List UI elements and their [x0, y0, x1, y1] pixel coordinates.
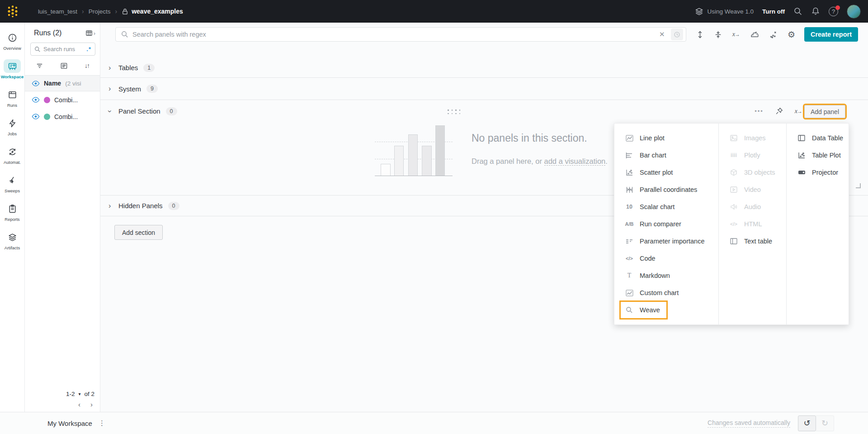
clear-search-icon[interactable]: ✕: [657, 30, 667, 38]
breadcrumb-team[interactable]: luis_team_test: [38, 8, 77, 15]
page-size-dropdown[interactable]: ▾: [78, 391, 80, 396]
section-drag-handle[interactable]: [448, 110, 460, 114]
parallel-coordinates-icon: [626, 186, 633, 193]
top-navbar: luis_team_test › Projects › weave_exampl…: [0, 0, 868, 23]
group-runs-icon[interactable]: [60, 62, 68, 70]
workspace-footer: My Workspace ⋮ Changes saved automatical…: [0, 412, 868, 434]
help-icon[interactable]: ?: [829, 7, 838, 16]
workspace-settings-gear-icon[interactable]: ⚙: [788, 30, 795, 39]
add-panel-button[interactable]: Add panel: [804, 105, 845, 118]
user-avatar[interactable]: [847, 5, 861, 19]
breadcrumb: luis_team_test › Projects › weave_exampl…: [38, 8, 183, 15]
filter-runs-icon[interactable]: [36, 62, 43, 70]
empty-bar-chart-illustration: [375, 122, 453, 176]
history-clock-icon: [674, 31, 680, 38]
chevron-right-icon[interactable]: ›: [108, 64, 113, 72]
section-x-axis-icon[interactable]: x→: [795, 108, 802, 115]
menu-item-text-table[interactable]: Text table: [719, 233, 786, 250]
undo-button[interactable]: ↺: [798, 415, 816, 431]
runs-panel-title: Runs (2): [34, 29, 61, 37]
breadcrumb-projects[interactable]: Projects: [89, 8, 111, 15]
menu-item-projector[interactable]: Projector: [787, 164, 849, 181]
menu-item-markdown[interactable]: T Markdown: [614, 267, 718, 284]
section-system[interactable]: › System 9: [100, 78, 868, 100]
sidebar-item-automations[interactable]: Automat.: [0, 145, 24, 165]
sidebar-item-workspace[interactable]: Workspace: [0, 59, 24, 79]
automations-cycle-icon: [8, 147, 17, 157]
eye-icon[interactable]: [32, 114, 40, 119]
menu-item-code[interactable]: </> Code: [614, 250, 718, 267]
pin-section-icon[interactable]: [775, 107, 783, 115]
info-icon: [8, 33, 17, 43]
smoothing-iron-icon[interactable]: [750, 31, 759, 38]
chevron-right-icon[interactable]: ›: [108, 202, 113, 210]
sort-runs-icon[interactable]: ↓↑: [85, 62, 89, 70]
search-icon: [34, 46, 41, 52]
notifications-bell-icon[interactable]: [811, 7, 820, 16]
sidebar-item-sweeps[interactable]: Sweeps: [0, 173, 24, 193]
sidebar-item-overview[interactable]: Overview: [0, 31, 24, 51]
topnav-right: Using Weave 1.0 Turn off ?: [695, 5, 861, 19]
redo-button[interactable]: ↻: [816, 415, 834, 431]
run-row[interactable]: Combi...: [25, 108, 100, 125]
workspace-menu-kebab-icon[interactable]: ⋮: [99, 419, 105, 427]
layers-icon: [695, 7, 703, 16]
prev-page-button[interactable]: ‹: [78, 401, 80, 408]
expand-runs-table-button[interactable]: ›: [85, 29, 95, 37]
eye-icon[interactable]: [32, 97, 40, 103]
eye-icon[interactable]: [32, 81, 40, 86]
outliers-icon[interactable]: [769, 31, 777, 38]
menu-item-parameter-importance[interactable]: Parameter importance: [614, 233, 718, 250]
add-section-button[interactable]: Add section: [114, 225, 163, 240]
runs-search-input[interactable]: [43, 46, 79, 52]
section-panel-section[interactable]: › Panel Section 0 ••• x→ Add panel: [100, 100, 868, 122]
section-menu-icon[interactable]: •••: [755, 108, 764, 114]
menu-item-custom-chart[interactable]: Custom chart: [614, 284, 718, 301]
regex-toggle[interactable]: .*: [86, 46, 91, 52]
menu-item-weave[interactable]: Weave: [614, 301, 718, 319]
menu-item-data-table[interactable]: Data Table: [787, 129, 849, 147]
turn-off-button[interactable]: Turn off: [762, 8, 785, 15]
menu-item-line-plot[interactable]: Line plot: [614, 129, 718, 147]
section-resize-handle[interactable]: [856, 183, 861, 188]
panel-search-box: ✕: [115, 27, 686, 42]
empty-section-subtitle: Drag a panel here, or add a visualizatio…: [472, 157, 608, 166]
audio-speaker-icon: [730, 204, 737, 210]
sidebar-item-runs[interactable]: Runs: [0, 88, 24, 108]
create-report-button[interactable]: Create report: [804, 27, 858, 42]
search-history-button[interactable]: [671, 29, 683, 40]
sidebar-item-reports[interactable]: Reports: [0, 202, 24, 222]
section-tables[interactable]: › Tables 1: [100, 58, 868, 78]
clipboard-icon: [8, 204, 17, 214]
panel-search-input[interactable]: [132, 31, 653, 38]
chevron-right-icon[interactable]: ›: [108, 85, 113, 93]
menu-item-bar-chart[interactable]: Bar chart: [614, 147, 718, 164]
menu-item-parallel-coordinates[interactable]: Parallel coordinates: [614, 181, 718, 198]
next-page-button[interactable]: ›: [90, 401, 93, 408]
runs-name-header[interactable]: Name (2 visi: [25, 75, 100, 91]
run-row[interactable]: Combi...: [25, 91, 100, 108]
expand-panels-icon[interactable]: [696, 31, 704, 38]
menu-item-table-plot[interactable]: Table Plot: [787, 147, 849, 164]
menu-column-tables: Data Table Table Plot Projector: [786, 124, 849, 324]
panel-tools: x→ ⚙: [696, 30, 795, 39]
menu-item-scatter-plot[interactable]: Scatter plot: [614, 164, 718, 181]
wandb-logo-icon[interactable]: [6, 5, 19, 18]
breadcrumb-project[interactable]: weave_examples: [122, 8, 183, 15]
sidebar-item-artifacts[interactable]: Artifacts: [0, 230, 24, 250]
menu-item-scalar-chart[interactable]: 10 Scalar chart: [614, 198, 718, 215]
x-axis-settings-icon[interactable]: x→: [732, 31, 740, 38]
chevron-down-icon[interactable]: ›: [108, 107, 113, 115]
visible-count: (2 visi: [65, 80, 81, 87]
sidebar-item-jobs[interactable]: Jobs: [0, 116, 24, 136]
filter-icon: [36, 62, 43, 70]
notification-dot: [835, 5, 840, 10]
collapse-vertical-icon: [714, 31, 722, 38]
search-icon[interactable]: [793, 7, 802, 16]
menu-item-plotly: iiii Plotly: [719, 147, 786, 164]
name-column-label: Name: [44, 80, 61, 87]
collapse-panels-icon[interactable]: [714, 31, 722, 38]
add-visualization-link[interactable]: add a visualization: [544, 157, 606, 166]
menu-item-video: Video: [719, 181, 786, 198]
menu-item-run-comparer[interactable]: A/B Run comparer: [614, 215, 718, 233]
